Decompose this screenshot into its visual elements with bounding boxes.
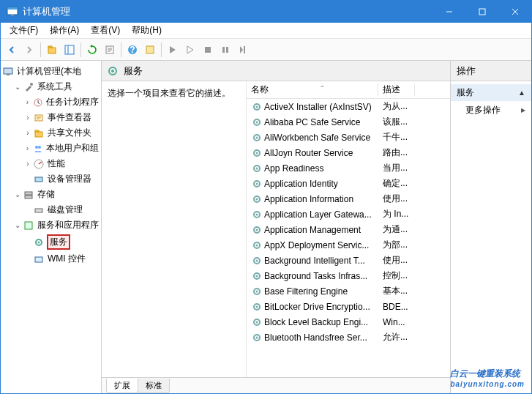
- tree-label: 磁盘管理: [47, 204, 83, 216]
- pause-service-button[interactable]: [217, 42, 233, 58]
- tab-standard[interactable]: 标准: [138, 379, 170, 393]
- gear-icon: [251, 193, 263, 205]
- service-row[interactable]: Application Information使用...: [247, 191, 450, 207]
- service-row[interactable]: Background Tasks Infras...控制...: [247, 268, 450, 283]
- svg-text:?: ?: [130, 45, 135, 55]
- service-name-cell: AllJoyn Router Service: [247, 147, 378, 159]
- minimize-button[interactable]: [432, 1, 465, 23]
- service-row[interactable]: Alibaba PC Safe Service该服...: [247, 114, 450, 130]
- stop-service-button[interactable]: [200, 42, 216, 58]
- menu-help[interactable]: 帮助(H): [126, 23, 168, 38]
- tree-event-viewer[interactable]: ›事件查看器: [23, 110, 100, 125]
- menu-bar: 文件(F) 操作(A) 查看(V) 帮助(H): [1, 23, 531, 39]
- tree-disk-mgmt[interactable]: 磁盘管理: [23, 202, 100, 218]
- actions-more[interactable]: 更多操作 ▶: [451, 101, 531, 119]
- service-row[interactable]: AppX Deployment Servic...为部...: [247, 237, 450, 253]
- tree-shared-folders[interactable]: ›共享文件夹: [23, 125, 100, 141]
- expand-icon[interactable]: ›: [23, 144, 32, 152]
- play-button[interactable]: [182, 42, 198, 58]
- service-row[interactable]: Application Layer Gatewa...为 In...: [247, 207, 450, 222]
- service-row[interactable]: Base Filtering Engine基本...: [247, 283, 450, 299]
- collapse-icon[interactable]: ⌄: [12, 221, 23, 229]
- service-desc-cell: 路由...: [378, 146, 415, 159]
- restart-service-button[interactable]: [235, 42, 251, 58]
- wmi-icon: [33, 253, 45, 265]
- services-list[interactable]: 名称ˆ 描述 ActiveX Installer (AxInstSV)为从...…: [247, 81, 450, 377]
- center-tabs: 扩展 标准: [102, 377, 450, 393]
- svg-point-65: [256, 290, 258, 292]
- menu-action[interactable]: 操作(A): [44, 23, 85, 38]
- help-button[interactable]: ?: [124, 42, 141, 58]
- actions-section[interactable]: 服务 ▲: [451, 84, 531, 101]
- service-row[interactable]: Background Intelligent T...使用...: [247, 253, 450, 268]
- service-row[interactable]: AliWorkbench Safe Service千牛...: [247, 130, 450, 145]
- up-button[interactable]: [44, 42, 60, 58]
- window-buttons: [432, 1, 531, 23]
- tree-storage[interactable]: ⌄ 存储: [12, 187, 100, 202]
- menu-view[interactable]: 查看(V): [85, 23, 126, 38]
- service-name: Base Filtering Engine: [264, 286, 348, 297]
- tree-device-manager[interactable]: 设备管理器: [23, 171, 100, 187]
- arrow-up-icon: ▲: [518, 89, 525, 97]
- svg-rect-20: [7, 74, 10, 75]
- service-name-cell: Application Information: [247, 193, 378, 205]
- service-desc-cell: 千牛...: [378, 131, 415, 144]
- service-row[interactable]: Block Level Backup Engi...Win...: [247, 314, 450, 330]
- expand-icon[interactable]: ›: [23, 160, 33, 168]
- expand-icon[interactable]: ›: [23, 129, 33, 137]
- service-row[interactable]: ActiveX Installer (AxInstSV)为从...: [247, 99, 450, 114]
- gear-icon: [251, 209, 263, 220]
- svg-point-55: [256, 213, 258, 215]
- gear-icon: [251, 270, 263, 282]
- center-header: 服务: [102, 61, 450, 81]
- service-row[interactable]: AllJoyn Router Service路由...: [247, 145, 450, 160]
- service-name-cell: AliWorkbench Safe Service: [247, 132, 378, 144]
- collapse-icon[interactable]: ⌄: [12, 190, 23, 198]
- navigation-tree[interactable]: 计算机管理(本地 ⌄ 系统工具 ›任务计划程序 ›事件查看器 ›共享文件夹 ›本…: [1, 61, 102, 393]
- service-desc-cell: 为部...: [378, 239, 415, 251]
- service-name: Application Information: [264, 194, 353, 204]
- tree-system-tools[interactable]: ⌄ 系统工具: [12, 79, 100, 94]
- show-hide-tree-button[interactable]: [61, 42, 78, 58]
- service-row[interactable]: App Readiness当用...: [247, 160, 450, 176]
- gear-icon: [251, 101, 263, 113]
- collapse-icon[interactable]: ⌄: [12, 83, 23, 91]
- list-header: 名称ˆ 描述: [247, 81, 450, 99]
- services-apps-icon: [23, 220, 34, 231]
- refresh-button[interactable]: [84, 42, 100, 58]
- service-desc-cell: 为通...: [378, 223, 415, 236]
- tree-task-scheduler[interactable]: ›任务计划程序: [23, 94, 100, 110]
- close-button[interactable]: [498, 1, 531, 23]
- column-header-name[interactable]: 名称ˆ: [247, 83, 378, 96]
- service-row[interactable]: Application Management为通...: [247, 222, 450, 237]
- properties-button[interactable]: [142, 42, 158, 58]
- tree-local-users[interactable]: ›本地用户和组: [23, 141, 100, 156]
- expand-icon[interactable]: ›: [23, 98, 32, 106]
- column-header-desc[interactable]: 描述: [378, 83, 415, 96]
- service-name-cell: ActiveX Installer (AxInstSV): [247, 101, 378, 113]
- chevron-right-icon: ▶: [521, 107, 525, 114]
- tab-extended[interactable]: 扩展: [106, 379, 138, 393]
- tree-wmi[interactable]: WMI 控件: [23, 251, 100, 267]
- expand-icon[interactable]: ›: [23, 114, 33, 122]
- forward-button[interactable]: [21, 42, 37, 58]
- service-name: BitLocker Drive Encryptio...: [264, 302, 370, 312]
- service-name: Application Identity: [264, 179, 338, 189]
- gear-icon: [251, 301, 263, 313]
- menu-file[interactable]: 文件(F): [4, 23, 44, 38]
- service-name-cell: Background Tasks Infras...: [247, 270, 378, 282]
- service-row[interactable]: BitLocker Drive Encryptio...BDE...: [247, 299, 450, 314]
- service-row[interactable]: Application Identity确定...: [247, 176, 450, 191]
- tree-performance[interactable]: ›性能: [23, 156, 100, 171]
- service-row[interactable]: Bluetooth Handsfree Ser...允许...: [247, 330, 450, 345]
- maximize-button[interactable]: [465, 1, 498, 23]
- tree-services-apps[interactable]: ⌄ 服务和应用程序: [12, 218, 100, 233]
- title-bar: 计算机管理: [1, 1, 531, 23]
- svg-rect-7: [48, 48, 56, 53]
- tree-services[interactable]: 服务: [23, 233, 100, 251]
- back-button[interactable]: [4, 42, 20, 58]
- service-name: AllJoyn Router Service: [264, 148, 353, 158]
- export-button[interactable]: [102, 42, 118, 58]
- tree-root[interactable]: 计算机管理(本地: [2, 64, 100, 79]
- start-service-button[interactable]: [165, 42, 181, 58]
